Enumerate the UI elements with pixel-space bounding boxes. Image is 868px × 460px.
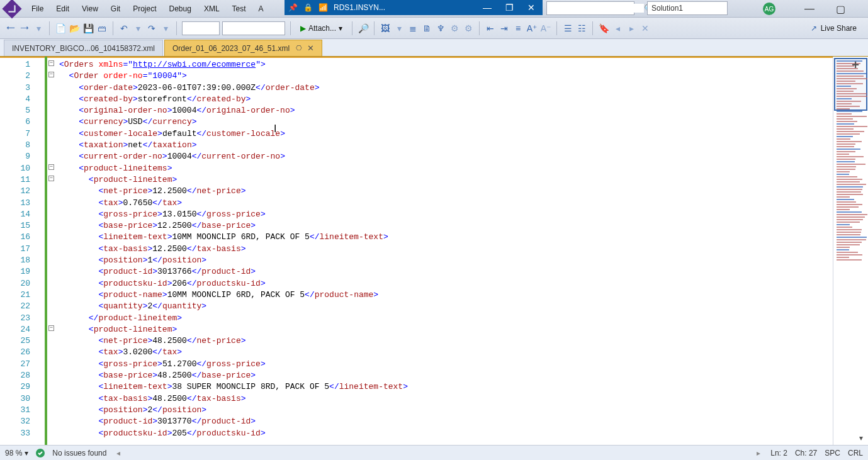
code-line[interactable]: <product-lineitems> bbox=[59, 163, 408, 174]
code-line[interactable]: <product-id>3013770</product-id> bbox=[59, 416, 408, 427]
pin-icon[interactable]: 📌 bbox=[288, 3, 297, 12]
minimap[interactable] bbox=[833, 57, 868, 445]
indent-icon[interactable]: ⇥ bbox=[499, 23, 510, 34]
outdent-icon[interactable]: ⇤ bbox=[485, 23, 496, 34]
code-line[interactable]: <currency>USD</currency> bbox=[59, 116, 408, 128]
code-line[interactable]: <current-order-no>10004</current-order-n… bbox=[59, 151, 408, 162]
menu-view[interactable]: View bbox=[76, 2, 104, 16]
code-line[interactable]: <productsku-id>206</productsku-id> bbox=[59, 278, 408, 289]
menu-a[interactable]: A bbox=[252, 2, 270, 16]
platform-dropdown[interactable] bbox=[222, 21, 285, 35]
uncomment-icon[interactable]: ☷ bbox=[576, 23, 587, 34]
line-indicator[interactable]: Ln: 2 bbox=[770, 449, 787, 457]
pin-icon[interactable]: ⎔ bbox=[296, 44, 302, 52]
code-line[interactable]: <tax-basis>12.2500</tax-basis> bbox=[59, 244, 408, 255]
forward-icon[interactable]: ⭢ bbox=[19, 23, 30, 34]
solution-selector[interactable]: Solution1 bbox=[647, 1, 728, 15]
code-content[interactable]: <Orders xmlns="http://swbi.com/ecommerce… bbox=[44, 58, 408, 445]
code-line[interactable]: <product-lineitem> bbox=[59, 324, 408, 335]
fold-toggle[interactable]: − bbox=[48, 72, 54, 77]
char-indicator[interactable]: Ch: 27 bbox=[795, 449, 817, 457]
back-icon[interactable]: ⭠ bbox=[5, 23, 16, 34]
menu-debug[interactable]: Debug bbox=[163, 2, 198, 16]
code-editor[interactable]: 1234567891011121314151617181920212223242… bbox=[0, 57, 833, 445]
menu-test[interactable]: Test bbox=[226, 2, 252, 16]
code-line[interactable]: <product-lineitem> bbox=[59, 174, 408, 186]
menu-git[interactable]: Git bbox=[104, 2, 127, 16]
menu-xml[interactable]: XML bbox=[198, 2, 226, 16]
prev-issue-button[interactable]: ◂ bbox=[114, 449, 123, 457]
code-line[interactable]: <position>1</position> bbox=[59, 255, 408, 266]
format-icon[interactable]: ≡ bbox=[512, 23, 524, 34]
code-line[interactable]: <net-price>48.2500</net-price> bbox=[59, 335, 408, 347]
menu-file[interactable]: File bbox=[25, 2, 50, 16]
add-tab-button[interactable]: + bbox=[852, 58, 859, 72]
menu-edit[interactable]: Edit bbox=[50, 2, 76, 16]
code-line[interactable]: <Orders xmlns="http://swbi.com/ecommerce… bbox=[59, 59, 408, 70]
code-line[interactable]: <quantity>2</quantity> bbox=[59, 301, 408, 312]
save-all-icon[interactable]: 🗃 bbox=[96, 23, 108, 34]
clear-bookmark-icon[interactable]: ✕ bbox=[640, 23, 651, 34]
nav-dropdown-icon[interactable]: ▾ bbox=[33, 23, 44, 34]
live-share-button[interactable]: ↗ Live Share bbox=[811, 24, 863, 33]
tree-icon[interactable]: ♆ bbox=[435, 23, 446, 34]
code-line[interactable]: <lineitem-text>38 SUPER MOONCLIP 8RD, PA… bbox=[59, 381, 408, 393]
user-avatar[interactable]: AG bbox=[763, 3, 775, 15]
fold-toggle[interactable]: − bbox=[48, 60, 54, 66]
code-line[interactable]: <net-price>12.2500</net-price> bbox=[59, 186, 408, 197]
code-line[interactable]: <tax-basis>48.2500</tax-basis> bbox=[59, 393, 408, 405]
find-icon[interactable]: 🔎 bbox=[358, 23, 369, 34]
document-tab[interactable]: INVENTORY_BIGCO...06_104158372.xml bbox=[4, 40, 163, 56]
mute-icon[interactable]: ⚙ bbox=[449, 23, 460, 34]
close-icon[interactable]: ✕ bbox=[307, 43, 314, 53]
code-line[interactable]: <Order order-no="10004"> bbox=[59, 70, 408, 82]
fold-toggle[interactable]: − bbox=[48, 176, 54, 181]
list-icon[interactable]: ≣ bbox=[407, 23, 419, 34]
fold-toggle[interactable]: − bbox=[48, 164, 54, 170]
prev-bookmark-icon[interactable]: ◂ bbox=[612, 23, 623, 34]
remote-restore-button[interactable]: ❐ bbox=[502, 3, 517, 13]
config-dropdown[interactable] bbox=[182, 21, 220, 35]
remote-close-button[interactable]: ✕ bbox=[524, 3, 539, 13]
doc-icon[interactable]: 🗎 bbox=[421, 23, 432, 34]
open-icon[interactable]: 📂 bbox=[69, 23, 80, 34]
comment-icon[interactable]: ☰ bbox=[562, 23, 573, 34]
next-bookmark-icon[interactable]: ▸ bbox=[626, 23, 637, 34]
aminus-icon[interactable]: A⁻ bbox=[540, 23, 551, 34]
code-line[interactable]: <taxation>net</taxation> bbox=[59, 140, 408, 151]
menu-project[interactable]: Project bbox=[127, 2, 162, 16]
code-line[interactable]: <created-by>storefront</created-by> bbox=[59, 94, 408, 105]
next-issue-button[interactable]: ▸ bbox=[754, 449, 763, 457]
search-input[interactable] bbox=[550, 4, 644, 13]
code-line[interactable]: <base-price>12.2500</base-price> bbox=[59, 220, 408, 232]
code-line[interactable]: <original-order-no>10004</original-order… bbox=[59, 105, 408, 116]
spaces-indicator[interactable]: SPC bbox=[825, 449, 840, 457]
window-maximize-button[interactable]: ▢ bbox=[831, 0, 850, 18]
code-line[interactable]: <order-date>2023-06-01T07:39:00.000Z</or… bbox=[59, 82, 408, 94]
save-icon[interactable]: 💾 bbox=[82, 23, 94, 34]
code-line[interactable]: <productsku-id>205</productsku-id> bbox=[59, 428, 408, 439]
bookmark-icon[interactable]: 🔖 bbox=[598, 23, 609, 34]
search-box[interactable]: 🔍 bbox=[546, 1, 634, 15]
document-tab[interactable]: Order_01_06_2023_07_46_51.xml⎔✕ bbox=[164, 40, 322, 56]
code-line[interactable]: <gross-price>51.2700</gross-price> bbox=[59, 359, 408, 370]
code-line[interactable]: <product-name>10MM MOONCLIP 6RD, PACK OF… bbox=[59, 289, 408, 301]
code-line[interactable]: <base-price>48.2500</base-price> bbox=[59, 370, 408, 381]
code-line[interactable]: <product-id>3013766</product-id> bbox=[59, 266, 408, 278]
window-minimize-button[interactable]: — bbox=[799, 0, 820, 18]
code-line[interactable]: </product-lineitem> bbox=[59, 313, 408, 324]
zoom-control[interactable]: 98 % ▾ bbox=[5, 449, 28, 457]
code-line[interactable]: <tax>0.7650</tax> bbox=[59, 198, 408, 209]
code-line[interactable]: <customer-locale>default</customer-local… bbox=[59, 128, 408, 140]
code-line[interactable]: <lineitem-text>10MM MOONCLIP 6RD, PACK O… bbox=[59, 232, 408, 243]
image-icon[interactable]: 🖼 bbox=[380, 23, 391, 34]
fold-toggle[interactable]: − bbox=[48, 325, 54, 331]
code-line[interactable]: <position>2</position> bbox=[59, 405, 408, 416]
issues-label[interactable]: No issues found bbox=[52, 449, 106, 457]
undo-icon[interactable]: ↶ bbox=[118, 23, 130, 34]
lineending-indicator[interactable]: CRL bbox=[848, 449, 863, 457]
aplus-icon[interactable]: A⁺ bbox=[526, 23, 538, 34]
redo-icon[interactable]: ↷ bbox=[146, 23, 157, 34]
scroll-down-button[interactable]: ▾ bbox=[855, 432, 867, 444]
remote-minimize-button[interactable]: — bbox=[479, 3, 495, 13]
